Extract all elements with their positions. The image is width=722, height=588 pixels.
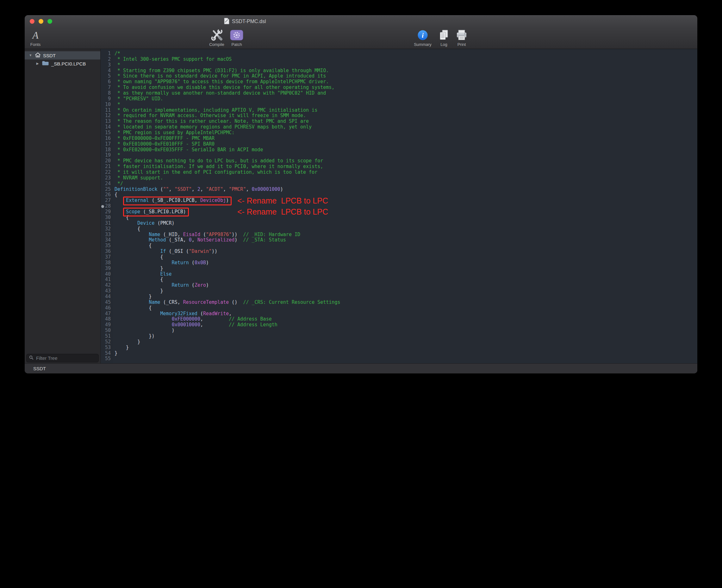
line-number: 21 <box>101 164 111 170</box>
fonts-button[interactable]: A Fonts <box>26 29 45 47</box>
code-line: }) <box>114 334 697 339</box>
compile-label: Compile <box>209 42 224 47</box>
line-number: 16 <box>101 136 111 142</box>
line-number: 20 <box>101 158 111 164</box>
code-line: * located in separate memory regions and… <box>114 124 697 130</box>
code-line: * The reason for this is rather unclear.… <box>114 119 697 124</box>
line-number: 39 <box>101 266 111 272</box>
code-line: * To avoid confusion we disable this dev… <box>114 85 697 90</box>
line-number: 46 <box>101 306 111 311</box>
line-number: 38 <box>101 260 111 266</box>
code-line: { <box>114 254 697 260</box>
code-line: } <box>114 339 697 345</box>
compile-tools-icon <box>210 29 224 41</box>
line-number: 19 <box>101 152 111 158</box>
line-number: 51 <box>101 334 111 339</box>
line-number: 17 <box>101 142 111 147</box>
line-number: 5 <box>101 74 111 79</box>
sidebar-item-ssdt[interactable]: ▼ SSDT <box>25 51 100 60</box>
line-number: 49 <box>101 322 111 328</box>
line-number: 48 <box>101 316 111 322</box>
line-number: 50 <box>101 328 111 334</box>
document-proxy-icon <box>224 18 229 26</box>
line-number: 25 <box>101 187 111 192</box>
code-line: Name (_HID, EisaId ("APP9876")) // _HID:… <box>114 232 697 238</box>
line-number: 14 <box>101 124 111 130</box>
line-number: 27 <box>101 198 111 204</box>
code-line: * 0xFE020000~0xFE035FFF - SerialIo BAR i… <box>114 147 697 153</box>
filter-tree-input[interactable] <box>36 355 100 361</box>
line-number: 34 <box>101 237 111 243</box>
code-line: Scope (_SB.PCI0.LPCB) <box>114 209 697 215</box>
line-number: 18 <box>101 147 111 153</box>
code-line: * NVRAM support. <box>114 175 697 181</box>
window-header: SSDT-PMC.dsl A Fonts Compile <box>25 15 697 49</box>
line-number: 45 <box>101 300 111 306</box>
log-button[interactable]: Log <box>436 29 452 47</box>
code-line: Name (_CRS, ResourceTemplate () // _CRS:… <box>114 300 697 306</box>
line-number: 2 <box>101 57 111 62</box>
line-number: 43 <box>101 288 111 294</box>
code-line: { <box>114 306 697 311</box>
line-number: 32 <box>101 226 111 232</box>
printer-icon <box>455 29 468 41</box>
code-line: * own naming "APP9876" to access this de… <box>114 79 697 85</box>
line-number: 23 <box>101 175 111 181</box>
line-number: 36 <box>101 249 111 254</box>
summary-button[interactable]: i Summary <box>408 29 437 47</box>
line-number: 15 <box>101 130 111 136</box>
sidebar-tree: ▼ SSDT ▶ _SB.PCI0 <box>25 49 101 363</box>
code-line: { <box>114 243 697 249</box>
annotation-text: <- Rename LPCB to LPC <box>237 209 328 215</box>
code-line: * 0xFE010000~0xFE010FFF - SPI BAR0 <box>114 142 697 147</box>
code-line: * <box>114 102 697 108</box>
line-number: 41 <box>101 277 111 282</box>
code-line: { <box>114 215 697 220</box>
main-area: ▼ SSDT ▶ _SB.PCI0 <box>25 49 697 363</box>
patch-label: Patch <box>231 42 242 47</box>
code-line: Method (_STA, 0, NotSerialized) // _STA:… <box>114 237 697 243</box>
line-number: 13 <box>101 119 111 124</box>
line-number: 47 <box>101 311 111 317</box>
compile-button[interactable]: Compile <box>204 29 230 47</box>
close-button[interactable] <box>30 19 35 24</box>
code-line: } <box>114 266 697 272</box>
code-line: * "PCHRESV" UID. <box>114 96 697 102</box>
code-line: { <box>114 277 697 282</box>
line-number: 55 <box>101 356 111 362</box>
sidebar-item-lpcb[interactable]: ▶ _SB.PCI0.LPCB <box>25 60 100 68</box>
code-line: * Intel 300-series PMC support for macOS <box>114 57 697 62</box>
patch-button[interactable]: Patch <box>228 29 246 47</box>
code-line: Memory32Fixed (ReadWrite, <box>114 311 697 317</box>
app-window: SSDT-PMC.dsl A Fonts Compile <box>25 15 697 374</box>
line-number: 54 <box>101 351 111 356</box>
code-line: Else <box>114 272 697 277</box>
disclosure-right-icon[interactable]: ▶ <box>36 62 40 65</box>
print-button[interactable]: Print <box>452 29 471 47</box>
code-pane[interactable]: /* * Intel 300-series PMC support for ma… <box>113 49 697 363</box>
code-line: Return (Zero) <box>114 282 697 288</box>
line-number: 26 <box>101 192 111 198</box>
search-icon <box>29 355 34 361</box>
code-line: External (_SB_.PCI0.LPCB, DeviceObj) <box>114 198 697 204</box>
desktop: { "window": { "title": "SSDT-PMC.dsl" },… <box>0 0 722 588</box>
sidebar-item-label: _SB.PCI0.LPCB <box>51 61 86 66</box>
line-number: 12 <box>101 113 111 119</box>
line-number: 8 <box>101 90 111 96</box>
line-number: 31 <box>101 220 111 226</box>
code-line: DefinitionBlock ("", "SSDT", 2, "ACDT", … <box>114 187 697 192</box>
code-line: * <box>114 152 697 158</box>
minimize-button[interactable] <box>39 19 43 24</box>
code-line: * 0xFE000000~0xFE00FFFF - PMC MBAR <box>114 136 697 142</box>
disclosure-down-icon[interactable]: ▼ <box>28 54 33 57</box>
code-line: */ <box>114 181 697 187</box>
code-line: Return (0x0B) <box>114 260 697 266</box>
code-line: 0x00010000, // Address Length <box>114 322 697 328</box>
home-icon <box>35 52 41 59</box>
code-line: } <box>114 294 697 300</box>
zoom-button[interactable] <box>47 19 52 24</box>
code-line: ) <box>114 328 697 334</box>
code-line: * On certain implementations, including … <box>114 108 697 113</box>
status-text: SSDT <box>33 366 46 371</box>
svg-text:i: i <box>422 31 424 39</box>
